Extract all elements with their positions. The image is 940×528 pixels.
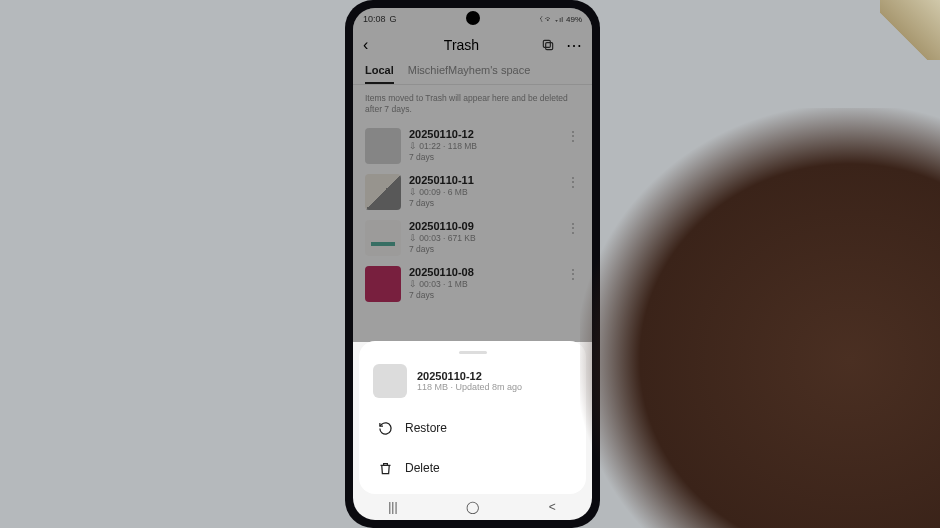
svg-rect-1 <box>543 40 550 47</box>
phone-frame: 10:08 G ⟨ ᯤ ₊ıl 49% ‹ Trash ⋯ Local Misc… <box>345 0 600 528</box>
list-item[interactable]: 20250110-08 ⇩ 00:03 · 1 MB 7 days ⋮ <box>353 261 592 307</box>
status-carrier: G <box>390 14 397 24</box>
tab-local[interactable]: Local <box>365 64 394 84</box>
tab-bar: Local MischiefMayhem's space <box>353 60 592 85</box>
app-header: ‹ Trash ⋯ <box>353 30 592 60</box>
sheet-thumbnail <box>373 364 407 398</box>
sheet-title: 20250110-12 <box>417 370 522 382</box>
copy-icon[interactable] <box>540 37 556 53</box>
svg-rect-0 <box>546 43 553 50</box>
bottom-sheet: 20250110-12 118 MB · Updated 8m ago Rest… <box>359 341 586 494</box>
camera-notch <box>466 11 480 25</box>
item-days: 7 days <box>409 152 558 162</box>
sheet-meta: 118 MB · Updated 8m ago <box>417 382 522 392</box>
item-title: 20250110-12 <box>409 128 558 140</box>
item-meta: ⇩ 00:03 · 1 MB <box>409 279 558 289</box>
list-item[interactable]: 20250110-09 ⇩ 00:03 · 671 KB 7 days ⋮ <box>353 215 592 261</box>
item-meta: ⇩ 01:22 · 118 MB <box>409 141 558 151</box>
item-meta: ⇩ 00:03 · 671 KB <box>409 233 558 243</box>
item-thumbnail <box>365 266 401 302</box>
tab-space[interactable]: MischiefMayhem's space <box>408 64 531 84</box>
back-icon[interactable]: ‹ <box>363 36 383 54</box>
item-more-icon[interactable]: ⋮ <box>566 266 580 282</box>
item-days: 7 days <box>409 290 558 300</box>
item-title: 20250110-11 <box>409 174 558 186</box>
item-thumbnail <box>365 220 401 256</box>
more-icon[interactable]: ⋯ <box>566 37 582 53</box>
navigation-bar: ||| ◯ < <box>353 494 592 520</box>
nav-back[interactable]: < <box>532 500 572 514</box>
status-time: 10:08 <box>363 14 386 24</box>
trash-list: 20250110-12 ⇩ 01:22 · 118 MB 7 days ⋮ 20… <box>353 123 592 307</box>
restore-icon <box>377 420 393 436</box>
nav-home[interactable]: ◯ <box>452 500 492 514</box>
status-icons: ⟨ ᯤ ₊ıl <box>539 15 563 24</box>
item-thumbnail <box>365 128 401 164</box>
item-more-icon[interactable]: ⋮ <box>566 220 580 236</box>
sheet-header: 20250110-12 118 MB · Updated 8m ago <box>359 362 586 408</box>
item-title: 20250110-09 <box>409 220 558 232</box>
trash-hint: Items moved to Trash will appear here an… <box>353 85 592 123</box>
list-item[interactable]: 20250110-11 ⇩ 00:09 · 6 MB 7 days ⋮ <box>353 169 592 215</box>
item-days: 7 days <box>409 244 558 254</box>
item-thumbnail <box>365 174 401 210</box>
sheet-handle[interactable] <box>459 351 487 354</box>
item-more-icon[interactable]: ⋮ <box>566 128 580 144</box>
item-meta: ⇩ 00:09 · 6 MB <box>409 187 558 197</box>
page-title: Trash <box>383 37 540 53</box>
item-title: 20250110-08 <box>409 266 558 278</box>
background-corner <box>880 0 940 60</box>
phone-screen: 10:08 G ⟨ ᯤ ₊ıl 49% ‹ Trash ⋯ Local Misc… <box>353 8 592 520</box>
item-days: 7 days <box>409 198 558 208</box>
human-hand <box>580 108 940 528</box>
nav-recents[interactable]: ||| <box>373 500 413 514</box>
restore-button[interactable]: Restore <box>359 408 586 448</box>
delete-button[interactable]: Delete <box>359 448 586 488</box>
delete-label: Delete <box>405 461 440 475</box>
delete-icon <box>377 460 393 476</box>
item-more-icon[interactable]: ⋮ <box>566 174 580 190</box>
restore-label: Restore <box>405 421 447 435</box>
list-item[interactable]: 20250110-12 ⇩ 01:22 · 118 MB 7 days ⋮ <box>353 123 592 169</box>
status-battery: 49% <box>566 15 582 24</box>
